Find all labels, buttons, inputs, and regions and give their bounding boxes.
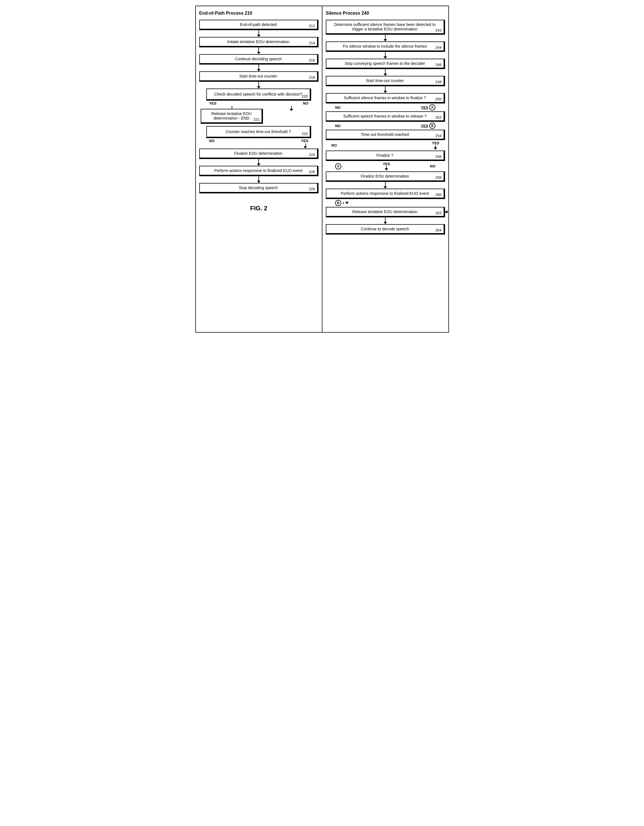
box-224-num: 224 [309,152,315,157]
box-248-text: Start time-out counter [366,78,404,83]
box-242: Determine sufficient silence frames have… [326,20,445,35]
no-222: NO [209,139,215,143]
arrow-212-214 [199,30,318,37]
box-260-text: Perform actions responsive to finalized … [341,191,429,196]
arrow-226-228 [199,176,318,183]
box-212: End-of-path detected 212 [199,20,318,30]
box-252-text: Sufficient speech frames in window to re… [343,114,427,118]
box-262-num: 262 [435,211,442,215]
box-262-text: Release tentative EOU determination [352,210,417,214]
left-column: End-of-Path Process 210 End-of-path dete… [196,6,323,332]
box-252: Sufficient speech frames in window to re… [326,111,445,122]
right-flow: Determine sufficient silence frames have… [326,20,445,234]
box-244-num: 244 [435,45,442,50]
box-214-num: 214 [309,41,315,45]
arrow-246-248 [326,69,445,76]
no-250: NO [335,106,341,110]
box-228-text: Stop decoding speech [239,185,278,190]
box-254-num: 254 [435,134,442,138]
box-226-num: 226 [309,170,315,174]
box-226: Perform actions responsive to finalized … [199,166,318,176]
box-254: Time out threshold reached 254 [326,130,445,140]
right-title: Silence Process 240 [326,11,445,16]
box-242-num: 242 [435,28,442,33]
box-256-text: Finalize ? [377,153,393,158]
box-256-num: 256 [435,154,442,159]
box-216: Continue decoding speech 216 [199,54,318,65]
box-258: Finalize EOU determination 258 [326,171,445,182]
box-264: Continue to decode speech 264 [326,224,445,234]
box-228-num: 228 [309,187,315,191]
arrow-244-246 [326,52,445,59]
box-244: Fix silence window to include the silenc… [326,42,445,52]
box-214: Initiate tentative EOU determination 214 [199,37,318,47]
box-256: Finalize ? 256 [326,151,445,161]
box-248: Start time-out counter 248 [326,76,445,86]
box-228: Stop decoding speech 228 [199,183,318,193]
box-218: Start time-out counter 218 [199,71,318,82]
box-220-text: Check decoded speech for conflicts with … [214,92,303,96]
box-224: Finalize EOU determination 224 [199,149,318,159]
circle-a-250: A [429,104,435,110]
box-258-text: Finalize EOU determination [361,174,409,179]
yes-220: YES [209,101,216,106]
arrow-258-260 [326,182,445,189]
circle-b-252: B [429,123,435,129]
box-244-text: Fix silence window to include the silenc… [343,44,427,48]
circle-b-262: B [335,200,341,206]
arrow-242-244 [326,35,445,42]
arrow-216-218 [199,65,318,71]
yes-256: YES [383,162,390,166]
box-224-text: Finalize EOU determination [234,151,282,155]
box-246-num: 246 [435,62,442,67]
left-title: End-of-Path Process 210 [199,11,318,16]
box-222: Counter reaches time-out threshold ? 222 [206,126,311,138]
left-flow: End-of-path detected 212 Initiate tentat… [199,20,318,193]
box-214-text: Initiate tentative EOU determination [227,39,289,44]
box-250-text: Sufficient silence frames in window to f… [344,96,426,100]
no-220: NO [303,101,309,106]
box-246: Stop conveying speech frames to the deco… [326,59,445,69]
box-250-num: 250 [435,97,442,101]
box-254-text: Time out threshold reached [361,132,409,137]
box-218-text: Start time-out counter [239,74,277,78]
box-260: Perform actions responsive to finalized … [326,189,445,199]
arrow-262-264 [326,217,445,224]
box-246-text: Stop conveying speech frames to the deco… [345,61,425,66]
box-252-num: 252 [435,115,442,120]
box-262: Release tentative EOU determination 262 … [326,207,445,217]
box-222-text: Counter reaches time-out threshold ? [226,129,291,134]
box-250: Sufficient silence frames in window to f… [326,93,445,104]
no-252: NO [335,124,341,128]
box-248-num: 248 [435,80,442,84]
page: End-of-Path Process 210 End-of-path dete… [195,6,449,333]
yes-250: YES [421,106,428,110]
right-column: Silence Process 240 Determine sufficient… [323,6,448,332]
box-220-num: 220 [301,94,308,98]
box-264-text: Continue to decode speech [361,227,409,231]
box-212-text: End-of-path detected [240,22,277,27]
yes-222: YES [301,139,308,143]
box-260-num: 260 [435,193,442,197]
box-221-text: Release tentative EOU determination - EN… [211,111,251,120]
arrow-224-226 [199,159,318,166]
box-264-num: 264 [435,228,442,232]
box-220: Check decoded speech for conflicts with … [206,88,311,101]
arrow-218-220 [199,82,318,88]
box-242-text: Determine sufficient silence frames have… [334,22,435,31]
box-216-num: 216 [309,58,315,62]
box-221-num: 221 [254,117,260,121]
box-221: Release tentative EOU determination - EN… [201,109,263,124]
arrow-248-250 [326,86,445,93]
yes-252: YES [421,124,428,128]
box-212-num: 212 [309,24,315,28]
box-216-text: Continue decoding speech [235,57,282,61]
box-218-num: 218 [309,75,315,79]
box-226-text: Perform actions responsive to finalized … [214,168,303,173]
no-256: NO [430,164,436,168]
box-258-num: 258 [435,175,442,180]
box-222-num: 222 [301,132,308,136]
fig-label: FIG. 2 [199,205,318,212]
arrow-214-216 [199,47,318,54]
yes-254: YES [432,141,439,145]
